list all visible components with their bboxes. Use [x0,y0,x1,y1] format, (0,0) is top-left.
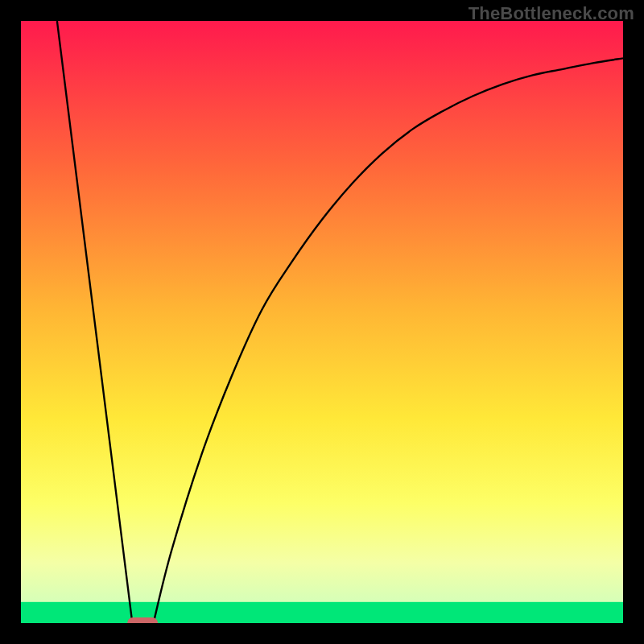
plot-area [21,21,623,623]
gradient-background [21,21,623,623]
optimal-marker [127,617,158,623]
green-band [21,602,623,623]
watermark-text: TheBottleneck.com [469,3,634,24]
chart-frame: TheBottleneck.com [0,0,644,644]
chart-svg [21,21,623,623]
